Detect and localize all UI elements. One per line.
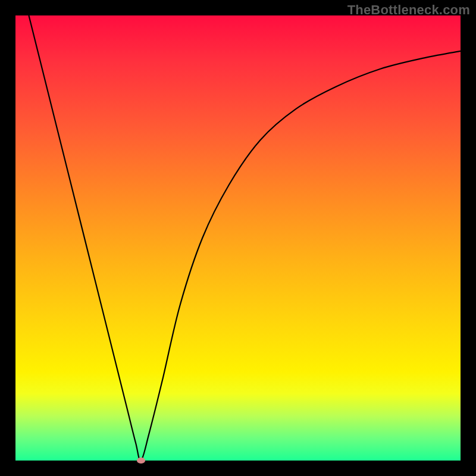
plot-area	[15, 15, 461, 461]
optimum-marker	[137, 458, 145, 464]
bottleneck-curve	[15, 15, 461, 461]
chart-frame: TheBottleneck.com	[0, 0, 476, 476]
